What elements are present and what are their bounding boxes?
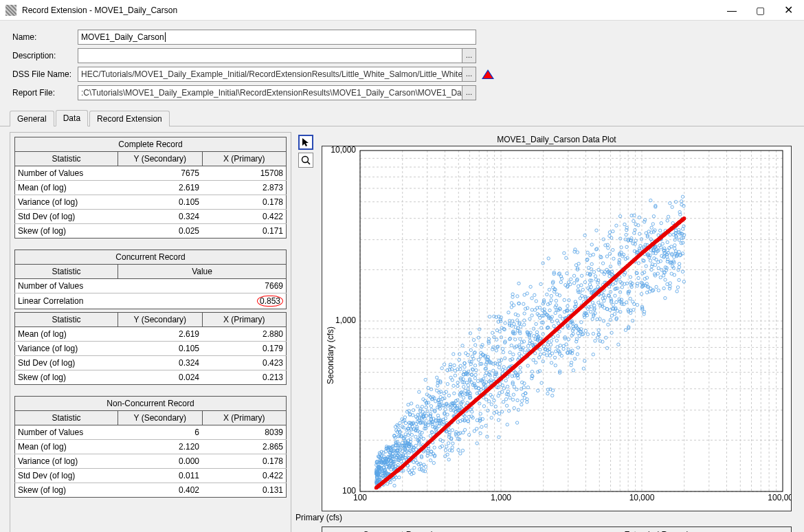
- table-row: Number of Values767515708: [15, 166, 287, 181]
- description-label: Description:: [12, 51, 78, 60]
- x-axis-label: Primary (cfs): [81, 513, 557, 522]
- dss-browse-button[interactable]: …: [462, 67, 476, 82]
- report-browse-button[interactable]: …: [462, 85, 476, 100]
- chart-canvas[interactable]: Secondary (cfs): [322, 146, 792, 511]
- chart-toolbar: [298, 132, 316, 532]
- table-row: Number of Values68039: [15, 425, 287, 440]
- tab-bar: General Data Record Extension: [0, 110, 804, 126]
- concurrent-record-title: Concurrent Record: [15, 250, 287, 265]
- title-bar: Record Extension - MOVE1_Daily_Carson — …: [0, 0, 804, 21]
- statistics-panel: Complete Record Statistic Y (Secondary) …: [10, 132, 291, 532]
- table-row: Std Dev (of log)0.0110.422: [15, 469, 287, 483]
- maximize-button[interactable]: ▢: [756, 5, 765, 16]
- table-row: Mean (of log)2.1202.865: [15, 440, 287, 454]
- chart-panel: MOVE1_Daily_Carson Data Plot Secondary (…: [298, 132, 794, 532]
- report-label: Report File:: [12, 88, 78, 98]
- table-row: Mean (of log)2.6192.873: [15, 181, 287, 195]
- linear-correlation-highlight: 0.853: [257, 296, 283, 307]
- form-area: Name: MOVE1_Daily_Carson Description: … …: [0, 21, 804, 106]
- table-row: Std Dev (of log)0.3240.423: [15, 356, 287, 370]
- tab-data[interactable]: Data: [56, 110, 88, 126]
- concurrent-stats-table: Statistic Y (Secondary) X (Primary) Mean…: [14, 312, 287, 385]
- table-row: Skew (of log)0.4020.131: [15, 483, 287, 498]
- report-file-input[interactable]: :C\Tutorials\MOVE1_Daily_Example_Initial…: [78, 85, 462, 100]
- table-row: Linear Correlation0.853: [15, 293, 287, 309]
- concurrent-summary-table: Concurrent Record Statistic Value Number…: [14, 250, 287, 309]
- name-label: Name:: [12, 32, 78, 42]
- dss-label: DSS File Name:: [12, 69, 78, 79]
- name-input[interactable]: MOVE1_Daily_Carson: [78, 30, 476, 45]
- dss-plot-icon[interactable]: [482, 69, 494, 79]
- svg-line-1: [308, 162, 311, 165]
- chart-legend: Concurrent Record Extended Record: [322, 527, 792, 532]
- complete-record-title: Complete Record: [15, 137, 287, 152]
- table-row: Variance (of log)0.1050.179: [15, 342, 287, 356]
- nonconcurrent-record-table: Non-Concurrent Record Statistic Y (Secon…: [14, 396, 287, 498]
- description-browse-button[interactable]: …: [462, 48, 476, 63]
- table-row: Std Dev (of log)0.3240.422: [15, 210, 287, 224]
- table-row: Skew (of log)0.0250.171: [15, 224, 287, 239]
- close-button[interactable]: ✕: [784, 3, 793, 16]
- dss-file-input[interactable]: HEC/Tutorials/MOVE1_Daily_Example_Initia…: [78, 67, 462, 82]
- table-row: Skew (of log)0.0240.213: [15, 370, 287, 385]
- description-input[interactable]: [78, 48, 462, 63]
- table-row: Mean (of log)2.6192.880: [15, 327, 287, 342]
- app-icon: [5, 5, 16, 16]
- zoom-tool-button[interactable]: [298, 153, 313, 168]
- table-row: Number of Values7669: [15, 279, 287, 293]
- minimize-button[interactable]: —: [727, 5, 737, 16]
- nonconcurrent-record-title: Non-Concurrent Record: [15, 397, 287, 411]
- window-title: Record Extension - MOVE1_Daily_Carson: [22, 5, 727, 15]
- complete-record-table: Complete Record Statistic Y (Secondary) …: [14, 137, 287, 239]
- table-row: Variance (of log)0.1050.178: [15, 195, 287, 210]
- tab-general[interactable]: General: [10, 111, 54, 126]
- table-row: Variance (of log)0.0000.178: [15, 454, 287, 469]
- pointer-tool-button[interactable]: [298, 135, 313, 150]
- svg-point-0: [302, 157, 309, 163]
- chart-title: MOVE1_Daily_Carson Data Plot: [319, 132, 794, 146]
- tab-record-extension[interactable]: Record Extension: [89, 111, 170, 126]
